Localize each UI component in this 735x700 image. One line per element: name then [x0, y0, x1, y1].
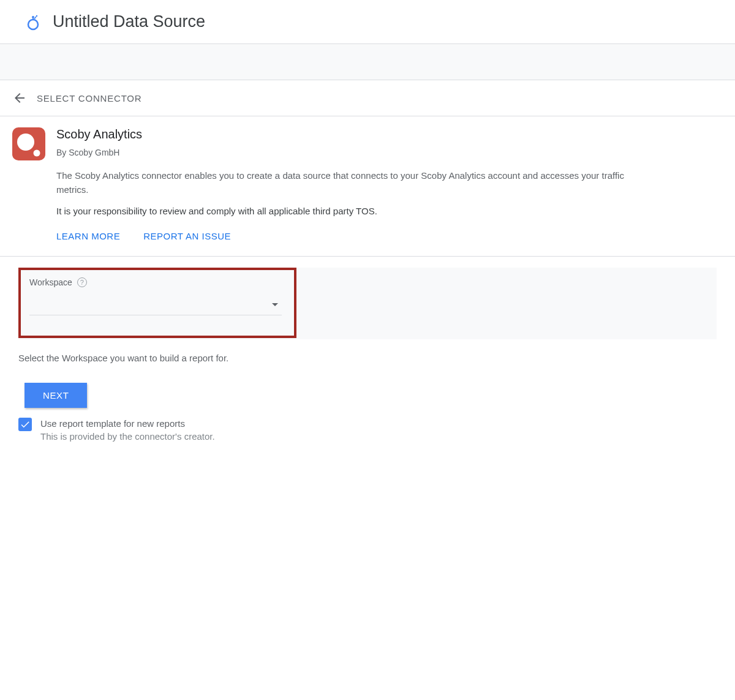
- connector-tos: It is your responsibility to review and …: [56, 206, 637, 216]
- data-source-icon: [24, 13, 42, 31]
- use-template-checkbox[interactable]: [18, 418, 32, 431]
- connector-name: Scoby Analytics: [56, 127, 637, 141]
- header: Untitled Data Source: [0, 0, 735, 43]
- workspace-filler: [309, 275, 625, 333]
- workspace-selector-box: Workspace ?: [18, 268, 296, 338]
- report-issue-link[interactable]: REPORT AN ISSUE: [143, 231, 231, 241]
- connector-description: The Scoby Analytics connector enables yo…: [56, 168, 637, 197]
- svg-point-5: [34, 150, 40, 157]
- select-connector-label[interactable]: SELECT CONNECTOR: [37, 93, 141, 103]
- page-title[interactable]: Untitled Data Source: [53, 12, 205, 31]
- chevron-down-icon: [272, 303, 278, 306]
- next-row: NEXT: [24, 383, 717, 408]
- workspace-dropdown[interactable]: [29, 295, 282, 315]
- learn-more-link[interactable]: LEARN MORE: [56, 231, 120, 241]
- svg-point-1: [32, 16, 34, 18]
- svg-point-2: [36, 15, 37, 16]
- connector-logo-icon: [12, 127, 45, 160]
- use-template-sub: This is provided by the connector's crea…: [40, 431, 215, 442]
- svg-point-4: [17, 134, 34, 151]
- breadcrumb-bar: SELECT CONNECTOR: [0, 80, 735, 116]
- connector-info-section: Scoby Analytics By Scoby GmbH The Scoby …: [0, 116, 735, 257]
- workspace-row: Workspace ?: [18, 268, 717, 339]
- workspace-label: Workspace: [29, 277, 72, 287]
- connector-details: Scoby Analytics By Scoby GmbH The Scoby …: [56, 127, 723, 241]
- toolbar-spacer: [0, 43, 735, 80]
- template-checkbox-row: Use report template for new reports This…: [18, 418, 717, 442]
- connector-links: LEARN MORE REPORT AN ISSUE: [56, 231, 637, 241]
- config-section: Workspace ? Select the Workspace you wan…: [0, 257, 735, 442]
- connector-author: By Scoby GmbH: [56, 148, 637, 157]
- use-template-label: Use report template for new reports: [40, 418, 215, 429]
- help-icon[interactable]: ?: [77, 277, 87, 287]
- next-button[interactable]: NEXT: [24, 383, 87, 408]
- back-arrow-icon[interactable]: [12, 91, 27, 105]
- workspace-instruction: Select the Workspace you want to build a…: [18, 353, 717, 363]
- svg-point-0: [28, 20, 38, 29]
- checkbox-text: Use report template for new reports This…: [40, 418, 215, 442]
